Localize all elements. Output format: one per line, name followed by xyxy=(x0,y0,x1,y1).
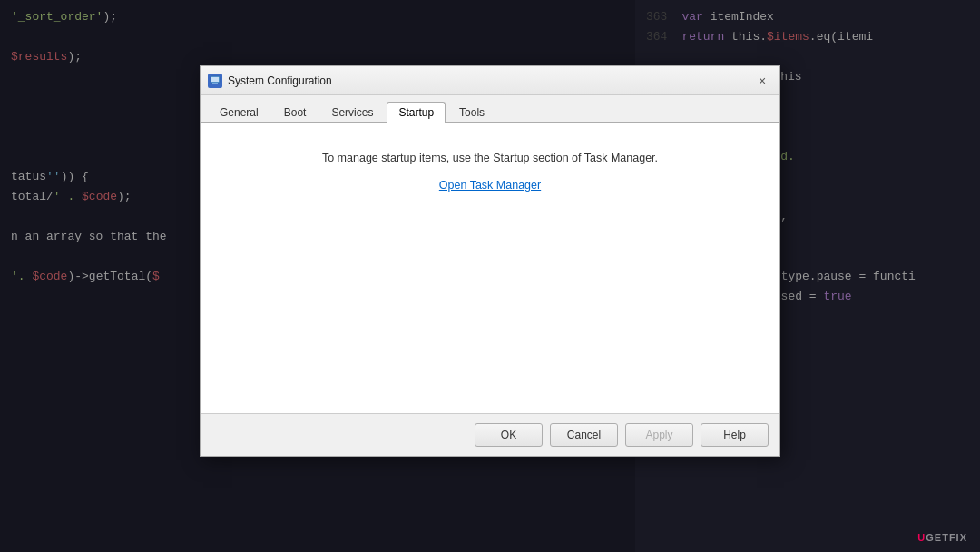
watermark: UGETFIX xyxy=(917,532,967,543)
dialog-icon xyxy=(208,74,222,88)
watermark-rest: GETFIX xyxy=(926,532,967,543)
tab-tools[interactable]: Tools xyxy=(447,102,496,123)
tab-startup[interactable]: Startup xyxy=(387,102,446,123)
startup-message: To manage startup items, use the Startup… xyxy=(322,152,658,164)
system-configuration-dialog: System Configuration × General Boot Serv… xyxy=(200,65,780,457)
cancel-button[interactable]: Cancel xyxy=(550,423,618,447)
tab-boot[interactable]: Boot xyxy=(272,102,318,123)
dialog-body: To manage startup items, use the Startup… xyxy=(201,123,779,413)
svg-rect-2 xyxy=(212,83,218,84)
dialog-close-button[interactable]: × xyxy=(752,71,772,91)
watermark-u: U xyxy=(917,532,926,543)
open-task-manager-link[interactable]: Open Task Manager xyxy=(439,179,541,192)
tab-services[interactable]: Services xyxy=(319,102,385,123)
svg-rect-3 xyxy=(211,84,219,84)
ok-button[interactable]: OK xyxy=(475,423,543,447)
dialog-title: System Configuration xyxy=(228,74,332,87)
apply-button[interactable]: Apply xyxy=(625,423,693,447)
dialog-title-bar: System Configuration × xyxy=(201,66,779,95)
svg-rect-1 xyxy=(211,77,219,82)
title-bar-left: System Configuration xyxy=(208,74,332,88)
help-button[interactable]: Help xyxy=(701,423,769,447)
tab-bar: General Boot Services Startup Tools xyxy=(201,95,779,123)
button-row: OK Cancel Apply Help xyxy=(201,413,779,456)
tab-general[interactable]: General xyxy=(208,102,270,123)
